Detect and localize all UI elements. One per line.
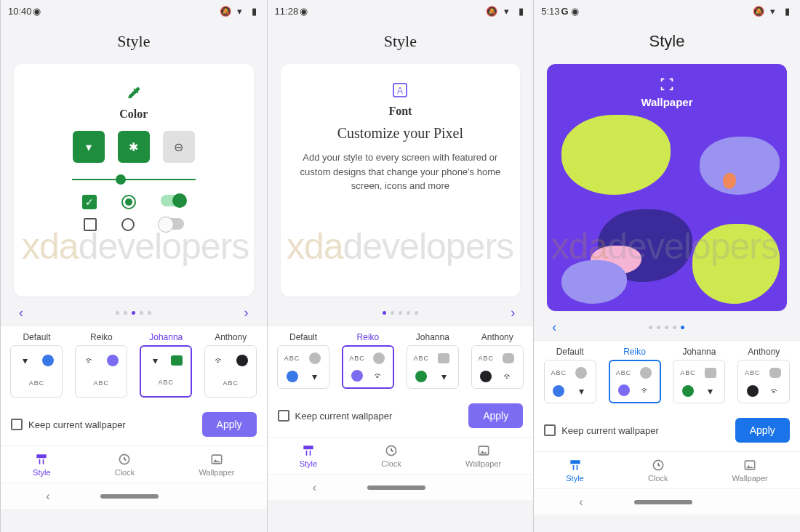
tab-style[interactable]: Style [33, 452, 50, 477]
wifi-icon: ᯤ [641, 384, 651, 396]
card-label: Wallpaper [547, 96, 787, 108]
status-bar: 10:40 ◉ 🔕 ▾ ▮ [1, 0, 267, 22]
nav-home-pill[interactable] [367, 485, 425, 490]
shape-squircle [769, 368, 781, 378]
status-time: 5:13 [541, 6, 559, 17]
shape-dot [575, 367, 587, 379]
accent-dot [618, 384, 630, 396]
pager-next-button[interactable]: › [504, 304, 521, 321]
theme-anthony[interactable]: Anthony ᯤ ABC [202, 332, 260, 398]
theme-reiko[interactable]: Reiko ᯤ ABC [73, 332, 130, 398]
wifi-icon: ᯤ [85, 355, 95, 366]
tab-style[interactable]: Style [566, 458, 583, 483]
tab-wallpaper[interactable]: Wallpaper [732, 458, 768, 483]
wifi-icon: ▾ [708, 385, 713, 397]
theme-list: Default ABC ▾ Reiko ABC ᯤ Johanna ABC [268, 326, 534, 396]
page-title: Style [1, 22, 267, 64]
nav-back-icon[interactable]: ‹ [579, 496, 583, 509]
battery-icon: ▮ [783, 6, 793, 16]
accent-dot [287, 371, 298, 382]
nav-home-pill[interactable] [100, 494, 159, 499]
accent-dot [107, 355, 119, 366]
theme-johanna[interactable]: Johanna ABC ▾ [671, 347, 728, 403]
switch-on-icon [161, 195, 185, 206]
page-title: Style [534, 22, 800, 64]
tab-clock[interactable]: Clock [648, 458, 668, 483]
theme-reiko[interactable]: Reiko ABC ᯤ [340, 332, 397, 389]
status-time: 11:28 [275, 6, 299, 17]
wifi-icon: ▾ [235, 6, 245, 16]
theme-anthony[interactable]: Anthony ABC ᯤ [468, 332, 526, 389]
pager-dots [116, 311, 151, 315]
keep-wallpaper-checkbox[interactable]: Keep current wallpaper [278, 410, 393, 422]
keep-wallpaper-checkbox[interactable]: Keep current wallpaper [544, 424, 659, 436]
quicksettings-bluetooth-icon: ✱ [118, 131, 150, 163]
pager-prev-button[interactable]: ‹ [12, 304, 30, 321]
keep-wallpaper-checkbox[interactable]: Keep current wallpaper [11, 419, 126, 430]
accent-dot [682, 385, 694, 397]
screen-3: 5:13 G ◉ 🔕 ▾ ▮ Style Wallpaper ‹ [533, 0, 800, 532]
tab-style[interactable]: Style [300, 443, 317, 468]
card-label: Color [27, 108, 241, 121]
tab-clock[interactable]: Clock [115, 452, 135, 477]
radio-off-icon [121, 218, 135, 231]
theme-anthony[interactable]: Anthony ABC ᯤ [735, 347, 793, 403]
shape-square [705, 368, 716, 378]
quicksettings-dnd-icon: ⊖ [163, 131, 195, 163]
accent-square [171, 355, 183, 366]
tab-wallpaper[interactable]: Wallpaper [199, 452, 234, 477]
battery-icon: ▮ [516, 6, 526, 16]
preview-card-color[interactable]: Color ▾ ✱ ⊖ ✓ [14, 64, 254, 297]
pager-prev-button[interactable]: ‹ [545, 318, 563, 336]
nav-back-icon[interactable]: ‹ [46, 490, 49, 503]
preview-card-font[interactable]: A Font Customize your Pixel Add your sty… [281, 64, 521, 297]
pager-dots [649, 326, 684, 329]
bell-off-icon: 🔕 [753, 6, 764, 16]
checkbox-on-icon: ✓ [82, 195, 97, 209]
shape-dot [373, 352, 385, 364]
tab-clock[interactable]: Clock [381, 443, 401, 468]
apply-button[interactable]: Apply [202, 412, 257, 437]
wifi-icon: ▾ [441, 371, 447, 382]
font-icon: A [390, 80, 410, 100]
wifi-icon: ▾ [768, 6, 778, 16]
wifi-icon: ▾ [153, 355, 158, 366]
switch-off-icon [159, 218, 184, 230]
theme-default[interactable]: Default ABC ▾ [275, 332, 332, 389]
wifi-icon: ▾ [312, 371, 317, 382]
apply-button[interactable]: Apply [468, 403, 523, 428]
tab-wallpaper[interactable]: Wallpaper [465, 443, 501, 468]
theme-default[interactable]: Default ABC ▾ [541, 347, 599, 403]
pager-dots [383, 311, 418, 315]
screen-2: 11:28 ◉ 🔕 ▾ ▮ Style A Font Customize you… [267, 0, 534, 532]
apply-button[interactable]: Apply [735, 418, 790, 443]
accent-dot [236, 355, 248, 366]
shape-squircle [503, 353, 514, 363]
shape-square [438, 353, 449, 363]
battery-icon: ▮ [249, 6, 260, 16]
pager-next-button[interactable]: › [238, 304, 255, 321]
nav-home-pill[interactable] [634, 500, 692, 504]
status-bar: 11:28 ◉ 🔕 ▾ ▮ [268, 0, 534, 22]
nav-back-icon[interactable]: ‹ [313, 481, 316, 494]
wifi-icon: ᯤ [503, 371, 513, 382]
wallpaper-scan-icon [657, 74, 677, 94]
screen-1: 10:40 ◉ 🔕 ▾ ▮ Style Color ▾ ✱ ⊖ ✓ [0, 0, 267, 532]
bell-off-icon: 🔕 [220, 6, 231, 16]
dnd-icon: ◉ [570, 6, 580, 16]
slider-preview [72, 179, 196, 180]
accent-dot [415, 371, 427, 382]
checkbox-off-icon [84, 218, 97, 231]
shape-dot [640, 367, 652, 379]
radio-on-icon [121, 195, 136, 209]
accent-dot [553, 385, 564, 397]
theme-default[interactable]: Default ▾ ABC [8, 332, 65, 398]
wifi-icon: ▾ [501, 6, 511, 16]
dnd-icon: ◉ [32, 6, 42, 16]
status-bar: 5:13 G ◉ 🔕 ▾ ▮ [534, 0, 800, 22]
theme-reiko[interactable]: Reiko ABC ᯤ [606, 347, 663, 403]
theme-johanna[interactable]: Johanna ▾ ABC [137, 332, 195, 398]
preview-card-wallpaper[interactable]: Wallpaper [547, 64, 787, 311]
theme-johanna[interactable]: Johanna ABC ▾ [404, 332, 461, 389]
google-icon: G [560, 6, 570, 16]
